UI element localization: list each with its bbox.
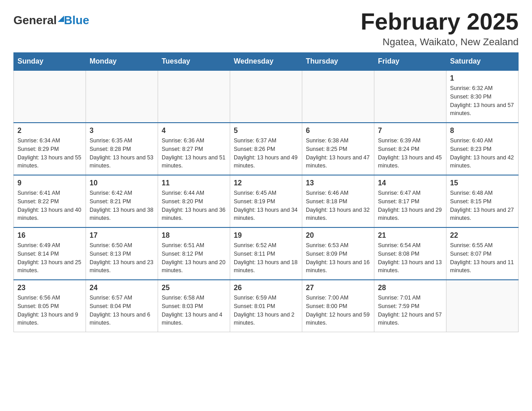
day-info: Sunrise: 6:41 AMSunset: 8:22 PMDaylight:… [17, 189, 82, 223]
calendar-cell [14, 70, 86, 123]
calendar-header: SundayMondayTuesdayWednesdayThursdayFrid… [14, 53, 519, 71]
day-of-week-header: Monday [86, 53, 158, 71]
day-info: Sunrise: 6:38 AMSunset: 8:25 PMDaylight:… [306, 137, 370, 170]
logo: General Blue [13, 13, 89, 27]
day-info: Sunrise: 7:01 AMSunset: 7:59 PMDaylight:… [378, 294, 442, 327]
calendar-cell: 6Sunrise: 6:38 AMSunset: 8:25 PMDaylight… [302, 123, 374, 175]
page-header: General Blue February 2025 Ngatea, Waika… [13, 9, 519, 48]
calendar-cell: 20Sunrise: 6:53 AMSunset: 8:09 PMDayligh… [302, 227, 374, 280]
day-info: Sunrise: 6:36 AMSunset: 8:27 PMDaylight:… [162, 137, 226, 170]
day-number: 26 [234, 284, 298, 292]
day-number: 19 [234, 231, 298, 240]
calendar-cell: 18Sunrise: 6:51 AMSunset: 8:12 PMDayligh… [158, 227, 230, 280]
day-info: Sunrise: 6:49 AMSunset: 8:14 PMDaylight:… [17, 241, 82, 275]
calendar-cell [230, 70, 302, 123]
calendar-cell: 2Sunrise: 6:34 AMSunset: 8:29 PMDaylight… [14, 123, 86, 175]
day-info: Sunrise: 6:58 AMSunset: 8:03 PMDaylight:… [162, 294, 226, 327]
day-number: 22 [450, 231, 515, 240]
day-number: 12 [234, 179, 298, 187]
day-number: 9 [17, 179, 82, 187]
day-info: Sunrise: 6:52 AMSunset: 8:11 PMDaylight:… [234, 241, 298, 275]
day-number: 10 [90, 179, 154, 187]
day-info: Sunrise: 6:48 AMSunset: 8:15 PMDaylight:… [450, 189, 515, 223]
calendar-cell [446, 280, 519, 332]
calendar-cell: 16Sunrise: 6:49 AMSunset: 8:14 PMDayligh… [14, 227, 86, 280]
day-info: Sunrise: 6:57 AMSunset: 8:04 PMDaylight:… [90, 294, 154, 327]
calendar-cell [86, 70, 158, 123]
calendar-cell: 11Sunrise: 6:44 AMSunset: 8:20 PMDayligh… [158, 175, 230, 227]
calendar-cell: 27Sunrise: 7:00 AMSunset: 8:00 PMDayligh… [302, 280, 374, 332]
calendar-week-row: 1Sunrise: 6:32 AMSunset: 8:30 PMDaylight… [14, 70, 519, 123]
calendar-week-row: 16Sunrise: 6:49 AMSunset: 8:14 PMDayligh… [14, 227, 519, 280]
day-info: Sunrise: 7:00 AMSunset: 8:00 PMDaylight:… [306, 294, 370, 327]
day-info: Sunrise: 6:35 AMSunset: 8:28 PMDaylight:… [90, 137, 154, 170]
day-info: Sunrise: 6:46 AMSunset: 8:18 PMDaylight:… [306, 189, 370, 223]
day-number: 6 [306, 127, 370, 135]
logo-blue: Blue [64, 13, 89, 27]
day-number: 5 [234, 127, 298, 135]
day-number: 16 [17, 231, 82, 240]
day-of-week-header: Wednesday [230, 53, 302, 71]
calendar-cell: 9Sunrise: 6:41 AMSunset: 8:22 PMDaylight… [14, 175, 86, 227]
day-number: 14 [378, 179, 442, 187]
day-of-week-header: Friday [374, 53, 446, 71]
day-info: Sunrise: 6:55 AMSunset: 8:07 PMDaylight:… [450, 241, 515, 275]
day-info: Sunrise: 6:40 AMSunset: 8:23 PMDaylight:… [450, 137, 515, 170]
day-info: Sunrise: 6:34 AMSunset: 8:29 PMDaylight:… [17, 137, 82, 170]
day-number: 1 [450, 74, 515, 82]
day-number: 28 [378, 284, 442, 292]
calendar-cell: 3Sunrise: 6:35 AMSunset: 8:28 PMDaylight… [86, 123, 158, 175]
day-number: 21 [378, 231, 442, 240]
calendar-cell: 15Sunrise: 6:48 AMSunset: 8:15 PMDayligh… [446, 175, 519, 227]
calendar-cell: 23Sunrise: 6:56 AMSunset: 8:05 PMDayligh… [14, 280, 86, 332]
calendar-cell: 13Sunrise: 6:46 AMSunset: 8:18 PMDayligh… [302, 175, 374, 227]
calendar-cell [302, 70, 374, 123]
calendar-week-row: 2Sunrise: 6:34 AMSunset: 8:29 PMDaylight… [14, 123, 519, 175]
calendar-cell: 28Sunrise: 7:01 AMSunset: 7:59 PMDayligh… [374, 280, 446, 332]
logo-general: General [13, 13, 57, 27]
day-info: Sunrise: 6:50 AMSunset: 8:13 PMDaylight:… [90, 241, 154, 275]
day-number: 25 [162, 284, 226, 292]
day-number: 20 [306, 231, 370, 240]
calendar-cell: 24Sunrise: 6:57 AMSunset: 8:04 PMDayligh… [86, 280, 158, 332]
day-info: Sunrise: 6:42 AMSunset: 8:21 PMDaylight:… [90, 189, 154, 223]
calendar-cell: 26Sunrise: 6:59 AMSunset: 8:01 PMDayligh… [230, 280, 302, 332]
calendar-cell [374, 70, 446, 123]
day-number: 4 [162, 127, 226, 135]
days-of-week-row: SundayMondayTuesdayWednesdayThursdayFrid… [14, 53, 519, 71]
calendar-cell: 7Sunrise: 6:39 AMSunset: 8:24 PMDaylight… [374, 123, 446, 175]
calendar-cell: 22Sunrise: 6:55 AMSunset: 8:07 PMDayligh… [446, 227, 519, 280]
title-block: February 2025 Ngatea, Waikato, New Zeala… [360, 9, 519, 48]
day-of-week-header: Saturday [446, 53, 519, 71]
calendar-cell: 25Sunrise: 6:58 AMSunset: 8:03 PMDayligh… [158, 280, 230, 332]
calendar-cell: 8Sunrise: 6:40 AMSunset: 8:23 PMDaylight… [446, 123, 519, 175]
day-info: Sunrise: 6:44 AMSunset: 8:20 PMDaylight:… [162, 189, 226, 223]
calendar-cell: 19Sunrise: 6:52 AMSunset: 8:11 PMDayligh… [230, 227, 302, 280]
day-info: Sunrise: 6:37 AMSunset: 8:26 PMDaylight:… [234, 137, 298, 170]
day-number: 27 [306, 284, 370, 292]
calendar-week-row: 23Sunrise: 6:56 AMSunset: 8:05 PMDayligh… [14, 280, 519, 332]
calendar-cell: 10Sunrise: 6:42 AMSunset: 8:21 PMDayligh… [86, 175, 158, 227]
day-info: Sunrise: 6:59 AMSunset: 8:01 PMDaylight:… [234, 294, 298, 327]
calendar-cell: 12Sunrise: 6:45 AMSunset: 8:19 PMDayligh… [230, 175, 302, 227]
day-number: 2 [17, 127, 82, 135]
calendar-cell: 5Sunrise: 6:37 AMSunset: 8:26 PMDaylight… [230, 123, 302, 175]
day-number: 15 [450, 179, 515, 187]
day-of-week-header: Tuesday [158, 53, 230, 71]
day-info: Sunrise: 6:54 AMSunset: 8:08 PMDaylight:… [378, 241, 442, 275]
calendar-week-row: 9Sunrise: 6:41 AMSunset: 8:22 PMDaylight… [14, 175, 519, 227]
day-number: 3 [90, 127, 154, 135]
day-of-week-header: Sunday [14, 53, 86, 71]
page-title: February 2025 [360, 9, 519, 34]
calendar-table: SundayMondayTuesdayWednesdayThursdayFrid… [13, 52, 519, 332]
day-info: Sunrise: 6:51 AMSunset: 8:12 PMDaylight:… [162, 241, 226, 275]
day-number: 7 [378, 127, 442, 135]
day-number: 23 [17, 284, 82, 292]
day-info: Sunrise: 6:56 AMSunset: 8:05 PMDaylight:… [17, 294, 82, 327]
day-number: 13 [306, 179, 370, 187]
day-number: 17 [90, 231, 154, 240]
calendar-cell: 14Sunrise: 6:47 AMSunset: 8:17 PMDayligh… [374, 175, 446, 227]
day-number: 24 [90, 284, 154, 292]
day-info: Sunrise: 6:53 AMSunset: 8:09 PMDaylight:… [306, 241, 370, 275]
calendar-cell: 17Sunrise: 6:50 AMSunset: 8:13 PMDayligh… [86, 227, 158, 280]
